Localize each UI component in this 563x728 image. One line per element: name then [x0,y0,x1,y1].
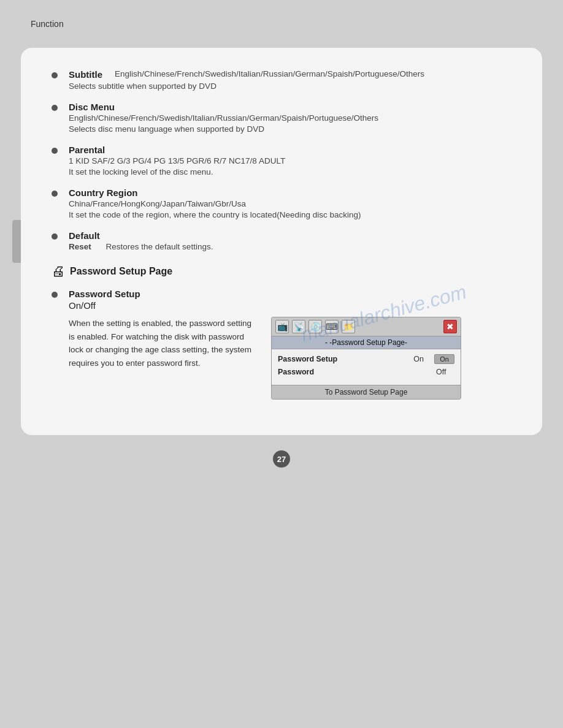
ui-icon-keyboard: ⌨ [325,320,339,333]
default-content: Default Reset Restores the default setti… [69,230,511,251]
password-section-header: 🖨 Password Setup Page [52,264,511,279]
password-section-title: Password Setup Page [70,266,172,277]
ui-toolbar: 📺 📡 💿 ⌨ 📁 ✖ [272,317,461,336]
subtitle-item: Subtitle English/Chinese/French/Swedish/… [52,69,511,91]
password-on-off: On/Off [69,300,511,311]
ui-password-setup-value1: On [413,355,432,363]
subtitle-options: English/Chinese/French/Swedish/Italian/R… [115,69,424,78]
password-setup-title: Password Setup [69,289,511,299]
ui-title-bar: - -Password Setup Page- [272,336,461,349]
password-description-area: When the setting is enabled, the passwor… [69,317,253,370]
side-tab [12,220,21,263]
disc-menu-item: Disc Menu English/Chinese/French/Swedish… [52,102,511,134]
bullet-dot [52,105,58,111]
ui-password-setup-btn[interactable]: On [434,354,454,364]
bullet-dot [52,191,58,197]
subtitle-title: Subtitle [69,69,102,80]
ui-row-password-setup: Password Setup On On [278,354,454,364]
reset-text: Restores the default settings. [106,242,213,251]
disc-menu-content: Disc Menu English/Chinese/French/Swedish… [69,102,511,134]
page-number-area: 27 [273,450,290,468]
ui-icon-satellite: 📡 [292,320,305,333]
disc-menu-title: Disc Menu [69,102,511,112]
password-ui-box: 📺 📡 💿 ⌨ 📁 ✖ - -Password Setup Page- Pass… [271,317,461,400]
disc-menu-description: Selects disc menu language when supporte… [69,124,511,134]
ui-icon-disc: 💿 [308,320,322,333]
subtitle-description: Selects subtitle when supported by DVD [69,82,511,91]
ui-row-password: Password Off [278,368,454,376]
reset-label: Reset [69,242,91,251]
bullet-dot [52,72,58,78]
ui-password-setup-label: Password Setup [278,355,413,363]
password-setup-content: Password Setup On/Off When the setting i… [69,289,511,400]
ui-password-value: Off [436,368,454,376]
ui-footer: To Password Setup Page [272,385,461,399]
page-header: Function [18,12,545,42]
default-title: Default [69,230,511,241]
ui-password-label: Password [278,368,436,376]
password-section: 🖨 Password Setup Page Password Setup On/… [52,264,511,400]
password-main-content: When the setting is enabled, the passwor… [69,317,511,400]
disc-menu-options: English/Chinese/French/Swedish/Italian/R… [69,113,511,123]
bullet-dot [52,233,58,240]
country-region-description: It set the code of the region, where the… [69,210,511,219]
subtitle-content: Subtitle English/Chinese/French/Swedish/… [69,69,511,91]
default-extra: Reset Restores the default settings. [69,242,511,251]
main-card: manualarchive.com Subtitle English/Chine… [21,48,542,435]
country-region-options: China/France/HongKong/Japan/Taiwan/Gbr/U… [69,199,511,208]
parental-content: Parental 1 KID SAF/2 G/3 PG/4 PG 13/5 PG… [69,145,511,176]
page-number: 27 [273,450,290,468]
country-region-content: Country Region China/France/HongKong/Jap… [69,188,511,219]
bullet-dot [52,292,58,298]
ui-icon-close[interactable]: ✖ [443,320,457,333]
password-setup-icon: 🖨 [52,264,65,279]
password-desc-text: When the setting is enabled, the passwor… [69,317,253,370]
parental-title: Parental [69,145,511,155]
parental-description: It set the locking level of the disc men… [69,167,511,176]
password-setup-item: Password Setup On/Off When the setting i… [52,289,511,400]
ui-icon-tv: 📺 [275,320,289,333]
bullet-dot [52,148,58,154]
parental-options: 1 KID SAF/2 G/3 PG/4 PG 13/5 PGR/6 R/7 N… [69,156,511,165]
parental-item: Parental 1 KID SAF/2 G/3 PG/4 PG 13/5 PG… [52,145,511,176]
ui-icon-folder: 📁 [342,320,355,333]
default-item: Default Reset Restores the default setti… [52,230,511,251]
ui-content-area: Password Setup On On Password Off [272,349,461,385]
header-title: Function [31,19,64,29]
country-region-title: Country Region [69,188,511,198]
country-region-item: Country Region China/France/HongKong/Jap… [52,188,511,219]
